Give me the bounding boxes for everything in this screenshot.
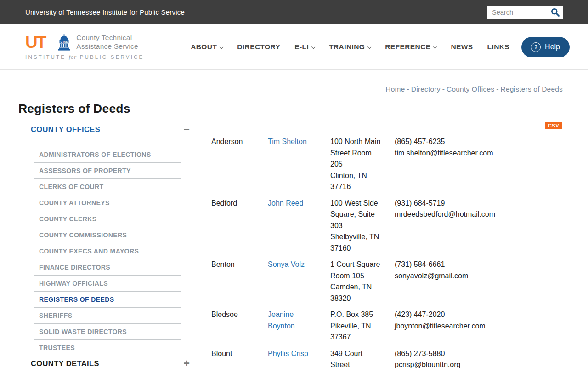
register-name-link[interactable]: Phyllis Crisp — [268, 350, 308, 357]
phone: (931) 684-5719 — [395, 198, 562, 209]
sidebar-item-county-clerks[interactable]: COUNTY CLERKS — [34, 211, 181, 227]
nav-item-news[interactable]: NEWS — [451, 43, 473, 51]
contact-cell: (931) 684-5719mrdeedsbedford@hotmail.com — [395, 198, 562, 254]
ctas-capitol-icon: CTAS — [57, 34, 72, 51]
nav-item-training[interactable]: TRAINING — [329, 43, 371, 51]
ut-logo: UT — [25, 34, 51, 51]
chevron-down-icon — [368, 45, 371, 48]
name-cell: Sonya Volz — [268, 259, 322, 304]
email: tim.shelton@titlesearcher.com — [395, 148, 562, 159]
csv-export-button[interactable]: CSV — [545, 122, 562, 129]
name-cell: Jeanine Boynton — [268, 309, 322, 343]
sidebar-item-solid-waste-directors[interactable]: SOLID WASTE DIRECTORS — [34, 324, 181, 340]
address-cell: 100 West SideSquare, Suite303Shelbyville… — [330, 198, 390, 254]
contact-cell: (731) 584-6661sonyavolz@gmail.com — [395, 259, 562, 304]
sidebar-item-trustees[interactable]: TRUSTEES — [34, 340, 181, 356]
ctas-label: CTAS — [61, 40, 68, 43]
address-line: 100 North Main — [330, 136, 390, 148]
register-name-link[interactable]: Jeanine Boynton — [268, 310, 295, 330]
institute-tagline: INSTITUTE for PUBLIC SERVICE — [25, 54, 144, 61]
breadcrumb-item-registers-of-deeds: Registers of Deeds — [501, 85, 563, 93]
register-name-link[interactable]: John Reed — [268, 199, 303, 207]
sidebar-item-clerks-of-court[interactable]: CLERKS OF COURT — [34, 179, 181, 195]
logo-link[interactable]: UT CTAS County Technical Assistance Serv… — [25, 33, 144, 61]
collapse-icon: − — [184, 124, 190, 135]
nav-item-e-li[interactable]: E-LI — [294, 43, 315, 51]
address-line: 205 — [330, 159, 390, 170]
address-line: 37160 — [330, 243, 390, 254]
address-line: Square, Suite — [330, 209, 390, 220]
help-icon: ? — [531, 42, 541, 52]
deeds-table: AndersonTim Shelton100 North MainStreet,… — [211, 136, 562, 368]
sidebar-section-county-details[interactable]: COUNTY DETAILS + — [25, 356, 204, 368]
sidebar-section-county-offices[interactable]: COUNTY OFFICES − — [25, 122, 204, 137]
contact-cell: (865) 273-5880pcrisp@blounttn.org — [395, 348, 562, 368]
county-cell: Anderson — [211, 136, 261, 193]
nav-item-about[interactable]: ABOUT — [191, 43, 223, 51]
table-row-blount: BlountPhyllis Crisp349 CourtStreet(865) … — [211, 348, 562, 368]
address-line: Camden, TN — [330, 282, 390, 293]
topbar: University of Tennessee Institute for Pu… — [0, 0, 588, 24]
sidebar-item-sheriffs[interactable]: SHERIFFS — [34, 308, 181, 324]
contact-cell: (423) 447-2020jboynton@titlesearcher.com — [395, 309, 562, 343]
breadcrumb-separator: - — [405, 85, 411, 93]
logo-divider — [51, 34, 51, 50]
name-cell: John Reed — [268, 198, 322, 254]
nav-item-directory[interactable]: DIRECTORY — [237, 43, 280, 51]
address-line: Clinton, TN — [330, 170, 390, 182]
address-line: 37367 — [330, 332, 390, 343]
sidebar-item-highway-officials[interactable]: HIGHWAY OFFICIALS — [34, 276, 181, 292]
nav-item-reference[interactable]: REFERENCE — [385, 43, 436, 51]
sidebar-item-registers-of-deeds[interactable]: REGISTERS OF DEEDS — [34, 292, 181, 308]
org-name: County Technical Assistance Service — [76, 33, 138, 51]
address-line: Shelbyville, TN — [330, 231, 390, 243]
phone: (423) 447-2020 — [395, 309, 562, 321]
content: COUNTY OFFICES − ADMINISTRATORS OF ELECT… — [0, 122, 588, 368]
phone: (731) 584-6661 — [395, 259, 562, 270]
nav-item-links[interactable]: LINKS — [487, 43, 510, 51]
sidebar-item-county-execs-and-mayors[interactable]: COUNTY EXECS AND MAYORS — [34, 243, 181, 259]
address-line: Room 105 — [330, 270, 390, 282]
main-nav: ABOUTDIRECTORYE-LITRAININGREFERENCENEWSL… — [191, 43, 509, 51]
site-title-link[interactable]: University of Tennessee Institute for Pu… — [25, 8, 185, 16]
sidebar-item-assessors-of-property[interactable]: ASSESSORS OF PROPERTY — [34, 163, 181, 179]
county-cell: Benton — [211, 259, 261, 304]
email: sonyavolz@gmail.com — [395, 270, 562, 282]
sidebar-item-administrators-of-elections[interactable]: ADMINISTRATORS OF ELECTIONS — [34, 147, 181, 163]
county-cell: Bledsoe — [211, 309, 261, 343]
breadcrumb-separator: - — [441, 85, 447, 93]
chevron-down-icon — [311, 45, 315, 48]
chevron-down-icon — [433, 45, 437, 48]
contact-cell: (865) 457-6235tim.shelton@titlesearcher.… — [395, 136, 562, 193]
breadcrumb-separator: - — [494, 85, 500, 93]
email: pcrisp@blounttn.org — [395, 359, 562, 368]
address-cell: 100 North MainStreet,Room205Clinton, TN3… — [330, 136, 390, 193]
county-offices-list: ADMINISTRATORS OF ELECTIONSASSESSORS OF … — [34, 147, 181, 356]
address-line: 100 West Side — [330, 198, 390, 209]
address-line: 37716 — [330, 181, 390, 193]
breadcrumb-item-home[interactable]: Home — [385, 85, 405, 93]
sidebar-item-county-attorneys[interactable]: COUNTY ATTORNEYS — [34, 195, 181, 211]
help-button[interactable]: ? Help — [521, 37, 570, 58]
address-line: Pikeville, TN — [330, 321, 390, 332]
address-line: 349 Court — [330, 348, 390, 360]
register-name-link[interactable]: Tim Shelton — [268, 138, 307, 145]
sidebar-item-county-commissioners[interactable]: COUNTY COMMISSIONERS — [34, 227, 181, 243]
table-row-bedford: BedfordJohn Reed100 West SideSquare, Sui… — [211, 198, 562, 254]
phone: (865) 457-6235 — [395, 136, 562, 148]
search-input[interactable] — [487, 9, 549, 16]
sidebar-item-finance-directors[interactable]: FINANCE DIRECTORS — [34, 259, 181, 276]
search-button[interactable] — [549, 7, 563, 17]
breadcrumb-item-directory[interactable]: Directory — [411, 85, 441, 93]
breadcrumb-item-county-offices[interactable]: County Offices — [447, 85, 494, 93]
register-name-link[interactable]: Sonya Volz — [268, 260, 305, 268]
address-line: P.O. Box 385 — [330, 309, 390, 321]
section-label: COUNTY OFFICES — [31, 125, 100, 134]
address-cell: P.O. Box 385Pikeville, TN37367 — [330, 309, 390, 343]
address-line: Street,Room — [330, 148, 390, 159]
table-row-bledsoe: BledsoeJeanine BoyntonP.O. Box 385Pikevi… — [211, 309, 562, 343]
county-cell: Blount — [211, 348, 261, 368]
address-line: 303 — [330, 220, 390, 232]
section-label: COUNTY DETAILS — [31, 359, 99, 368]
expand-icon: + — [184, 358, 190, 368]
